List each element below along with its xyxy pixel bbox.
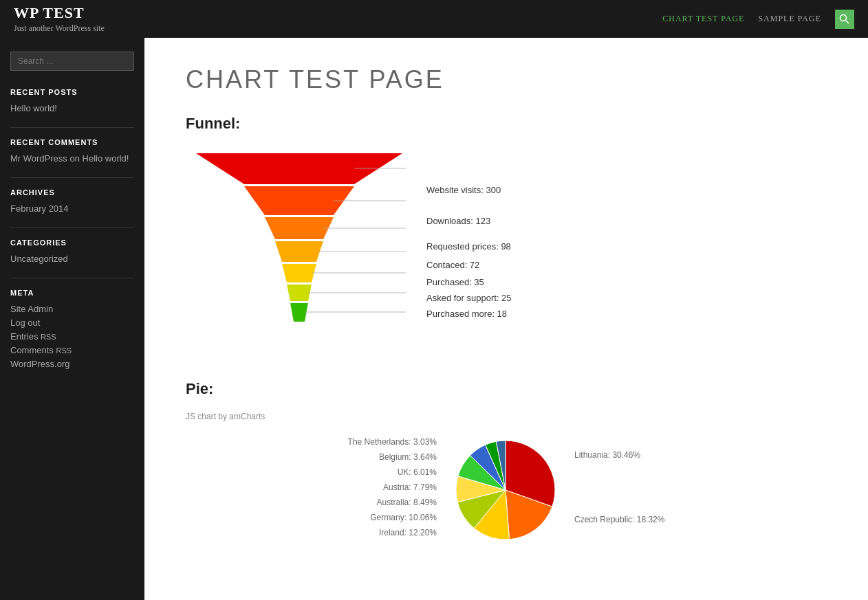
sidebar-link-entries-rss[interactable]: Entries RSS xyxy=(10,331,134,342)
funnel-label-1: Downloads: 123 xyxy=(426,216,512,226)
main-content: CHART TEST PAGE Funnel: xyxy=(144,38,868,600)
header-navigation: CHART TEST PAGE SAMPLE PAGE xyxy=(662,10,854,29)
pie-label-netherlands: The Netherlands: 3.03% xyxy=(348,437,437,447)
funnel-section: Funnel: xyxy=(186,115,827,346)
sidebar: RECENT POSTS Hello world! RECENT COMMENT… xyxy=(0,38,144,600)
sidebar-link-hello-world-post[interactable]: Hello world! xyxy=(10,103,134,113)
pie-label-germany: Germany: 10.06% xyxy=(348,513,437,522)
search-icon[interactable] xyxy=(835,10,854,29)
funnel-label-5: Asked for support: 25 xyxy=(426,293,512,303)
sidebar-recent-comments-title: RECENT COMMENTS xyxy=(10,138,134,146)
funnel-label-0: Website visits: 300 xyxy=(426,185,512,195)
pie-label-ireland: Ireland: 12.20% xyxy=(348,528,437,537)
site-branding: WP TEST Just another WordPress site xyxy=(14,4,105,34)
comment-author-link[interactable]: Mr WordPress xyxy=(10,153,67,164)
sidebar-recent-comments: RECENT COMMENTS Mr WordPress on Hello wo… xyxy=(10,138,134,164)
sidebar-recent-posts: RECENT POSTS Hello world! xyxy=(10,88,134,113)
pie-section: Pie: JS chart by amCharts The Netherland… xyxy=(186,380,827,545)
funnel-labels: Website visits: 300 Downloads: 123 Reque… xyxy=(426,170,512,323)
funnel-label-6: Purchased more: 18 xyxy=(426,309,512,319)
recent-comment-entry: Mr WordPress on Hello world! xyxy=(10,153,134,164)
pie-label-australia: Australia: 8.49% xyxy=(348,498,437,507)
pie-chart xyxy=(451,435,561,545)
sidebar-categories-title: CATEGORIES xyxy=(10,238,134,247)
sidebar-link-logout[interactable]: Log out xyxy=(10,318,134,328)
svg-marker-5 xyxy=(275,241,323,262)
svg-marker-7 xyxy=(287,285,312,301)
comment-post-link[interactable]: Hello world! xyxy=(83,153,129,164)
funnel-chart-container: Website visits: 300 Downloads: 123 Reque… xyxy=(186,146,827,346)
search-input[interactable] xyxy=(10,52,134,71)
sidebar-link-feb-2014[interactable]: February 2014 xyxy=(10,203,134,214)
svg-line-1 xyxy=(846,20,849,23)
pie-label-uk: UK: 6.01% xyxy=(348,467,437,477)
page-layout: RECENT POSTS Hello world! RECENT COMMENT… xyxy=(0,38,868,600)
funnel-label-3: Contaced: 72 xyxy=(426,260,512,270)
pie-chart-container: The Netherlands: 3.03% Belgium: 3.64% UK… xyxy=(186,435,827,545)
sidebar-link-site-admin[interactable]: Site Admin xyxy=(10,304,134,314)
pie-subtitle: JS chart by amCharts xyxy=(186,412,827,421)
svg-marker-2 xyxy=(196,153,402,184)
pie-label-lithuania: Lithuania: 30.46% xyxy=(574,450,664,460)
funnel-label-2: Requested prices: 98 xyxy=(426,241,512,252)
svg-point-0 xyxy=(840,14,847,21)
site-tagline: Just another WordPress site xyxy=(14,23,105,34)
svg-marker-6 xyxy=(282,264,316,282)
sidebar-recent-posts-title: RECENT POSTS xyxy=(10,88,134,96)
nav-sample-page[interactable]: SAMPLE PAGE xyxy=(758,14,821,24)
pie-section-title: Pie: xyxy=(186,380,827,398)
pie-legend-right: Lithuania: 30.46% Czech Republic: 18.32% xyxy=(574,450,664,530)
page-title: CHART TEST PAGE xyxy=(186,65,827,94)
pie-label-austria: Austria: 7.79% xyxy=(348,482,437,492)
site-title: WP TEST xyxy=(14,4,105,22)
pie-legend-left: The Netherlands: 3.03% Belgium: 3.64% UK… xyxy=(348,437,437,543)
nav-chart-test-page[interactable]: CHART TEST PAGE xyxy=(662,14,744,24)
sidebar-link-comments-rss[interactable]: Comments RSS xyxy=(10,345,134,355)
sidebar-link-uncategorized[interactable]: Uncategorized xyxy=(10,254,134,264)
pie-label-belgium: Belgium: 3.64% xyxy=(348,452,437,462)
sidebar-link-wordpress-org[interactable]: WordPress.org xyxy=(10,359,134,369)
funnel-section-title: Funnel: xyxy=(186,115,827,133)
svg-marker-8 xyxy=(290,303,308,322)
funnel-chart xyxy=(186,146,413,346)
site-header: WP TEST Just another WordPress site CHAR… xyxy=(0,0,868,38)
sidebar-search-wrap xyxy=(10,52,134,71)
sidebar-archives: ARCHIVES February 2014 xyxy=(10,188,134,214)
sidebar-archives-title: ARCHIVES xyxy=(10,188,134,197)
pie-label-czech: Czech Republic: 18.32% xyxy=(574,515,664,524)
sidebar-meta: META Site Admin Log out Entries RSS Comm… xyxy=(10,289,134,369)
sidebar-categories: CATEGORIES Uncategorized xyxy=(10,238,134,264)
sidebar-meta-title: META xyxy=(10,289,134,297)
funnel-label-4: Purchased: 35 xyxy=(426,277,512,287)
